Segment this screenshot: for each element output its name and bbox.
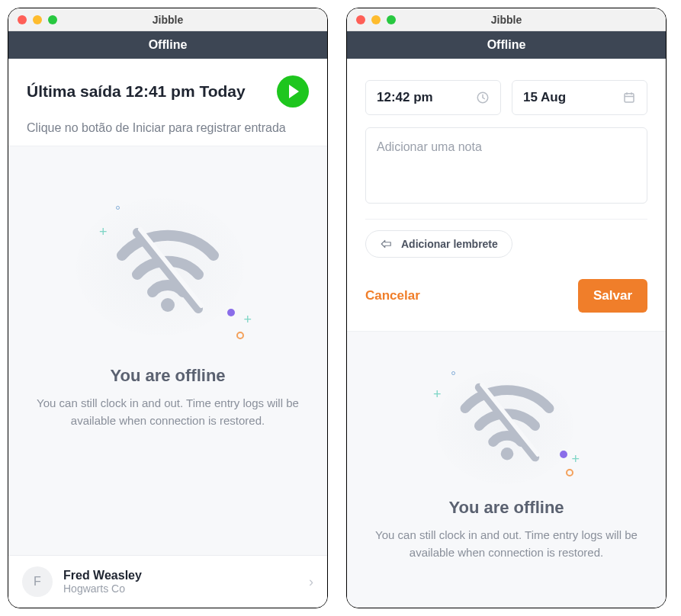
time-date-row: 12:42 pm 15 Aug <box>365 80 647 115</box>
wifi-off-icon <box>114 225 221 316</box>
offline-illustration: + + <box>61 168 275 358</box>
action-row: Cancelar Salvar <box>365 279 647 313</box>
offline-body: You can still clock in and out. Time ent… <box>369 527 644 561</box>
chevron-right-icon: › <box>309 574 313 590</box>
user-org: Hogwarts Co <box>63 582 298 595</box>
clock-in-button[interactable] <box>277 75 309 107</box>
offline-illustration: + + <box>422 350 590 495</box>
svg-point-0 <box>161 298 175 312</box>
offline-body: You can still clock in and out. Time ent… <box>31 395 305 429</box>
date-value: 15 Aug <box>523 90 566 105</box>
status-bar: Offline <box>347 31 666 59</box>
minimize-window-button[interactable] <box>33 15 42 24</box>
titlebar: Jibble <box>347 8 666 31</box>
add-reminder-button[interactable]: Adicionar lembrete <box>365 230 512 258</box>
minimize-window-button[interactable] <box>371 15 381 24</box>
offline-panel: + + You are offline You can still clock … <box>8 146 327 555</box>
user-footer[interactable]: F Fred Weasley Hogwarts Co › <box>8 555 327 608</box>
content: Última saída 12:41 pm Today Clique no bo… <box>8 59 327 608</box>
status-bar: Offline <box>8 31 327 59</box>
window-entry-form: Jibble Offline 12:42 pm 15 Aug <box>346 8 667 608</box>
reminder-label: Adicionar lembrete <box>401 238 498 250</box>
status-label: Offline <box>487 38 526 51</box>
play-icon <box>289 85 299 98</box>
time-field[interactable]: 12:42 pm <box>365 80 501 115</box>
maximize-window-button[interactable] <box>48 15 57 24</box>
header-area: Última saída 12:41 pm Today Clique no bo… <box>8 59 327 146</box>
close-window-button[interactable] <box>18 15 27 24</box>
clock-icon <box>476 91 490 104</box>
avatar-initial: F <box>34 575 41 589</box>
titlebar: Jibble <box>8 8 327 31</box>
window-main: Jibble Offline Última saída 12:41 pm Tod… <box>8 8 328 608</box>
svg-rect-4 <box>625 94 634 102</box>
user-meta: Fred Weasley Hogwarts Co <box>63 569 298 595</box>
traffic-lights <box>356 15 396 24</box>
maximize-window-button[interactable] <box>387 15 396 24</box>
date-field[interactable]: 15 Aug <box>512 80 647 115</box>
offline-heading: You are offline <box>448 498 564 518</box>
traffic-lights <box>18 15 57 24</box>
wifi-off-icon <box>458 380 557 464</box>
avatar: F <box>22 566 53 597</box>
user-name: Fred Weasley <box>63 569 298 582</box>
status-label: Offline <box>149 38 188 51</box>
last-out-row: Última saída 12:41 pm Today <box>27 75 309 107</box>
clock-in-instruction: Clique no botão de Iniciar para registra… <box>27 121 309 135</box>
app-title: Jibble <box>18 14 318 26</box>
offline-panel: + + You are offline You can still clock … <box>347 331 666 608</box>
note-input[interactable]: Adicionar uma nota <box>365 127 647 204</box>
close-window-button[interactable] <box>356 15 365 24</box>
form-area: 12:42 pm 15 Aug Adi <box>347 59 666 331</box>
note-placeholder: Adicionar uma nota <box>377 140 482 153</box>
save-button[interactable]: Salvar <box>578 279 647 313</box>
svg-point-8 <box>501 448 514 460</box>
reminder-icon <box>380 238 394 250</box>
last-out-text: Última saída 12:41 pm Today <box>27 82 246 101</box>
calendar-icon <box>622 91 636 104</box>
cancel-button[interactable]: Cancelar <box>365 288 420 303</box>
offline-heading: You are offline <box>110 366 225 386</box>
time-value: 12:42 pm <box>377 90 433 105</box>
divider <box>365 219 647 220</box>
content: 12:42 pm 15 Aug Adi <box>347 59 666 608</box>
app-title: Jibble <box>356 14 657 26</box>
